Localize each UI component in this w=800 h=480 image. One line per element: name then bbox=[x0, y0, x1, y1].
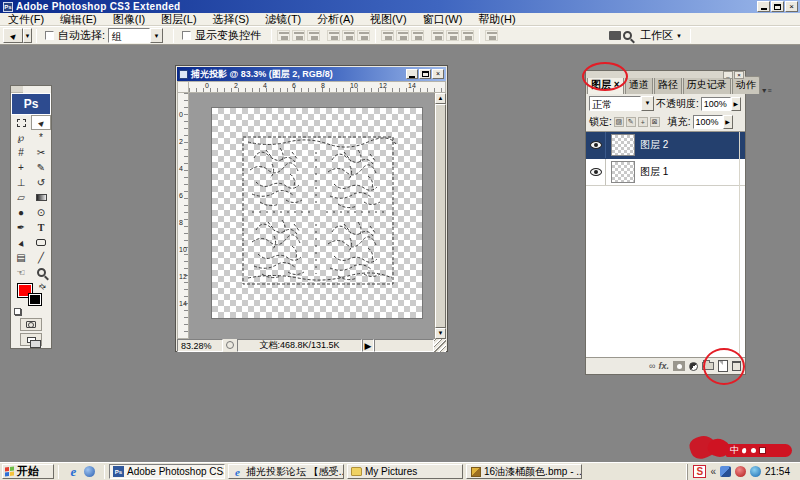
show-transform-checkbox[interactable] bbox=[182, 31, 191, 40]
distribute-right-icon[interactable] bbox=[461, 30, 474, 41]
ruler-corner[interactable] bbox=[177, 81, 189, 93]
security-tray-icon[interactable] bbox=[735, 466, 746, 477]
menu-analysis[interactable]: 分析(A) bbox=[309, 12, 362, 27]
tab-channels[interactable]: 通道 bbox=[625, 76, 653, 94]
auto-select-checkbox[interactable] bbox=[45, 31, 54, 40]
menu-select[interactable]: 选择(S) bbox=[205, 12, 258, 27]
scroll-down-icon[interactable]: ▼ bbox=[435, 328, 446, 339]
adjustment-layer-icon[interactable] bbox=[689, 362, 698, 371]
menu-edit[interactable]: 编辑(E) bbox=[52, 12, 105, 27]
tray-expand-icon[interactable]: « bbox=[710, 466, 716, 477]
messenger-tray-icon[interactable] bbox=[720, 466, 731, 477]
crop-tool[interactable]: # bbox=[11, 145, 31, 160]
lock-all-icon[interactable]: ⊠ bbox=[650, 117, 660, 127]
taskbar-task-forum[interactable]: e 捕光投影论坛 【感受... bbox=[228, 464, 344, 479]
layer-style-icon[interactable]: fx. bbox=[658, 361, 669, 371]
resize-grip[interactable] bbox=[434, 339, 446, 352]
auto-select-dropdown[interactable]: 组 ▼ bbox=[108, 28, 163, 43]
default-colors-icon[interactable] bbox=[15, 309, 22, 316]
internet-explorer-icon[interactable]: e bbox=[67, 465, 80, 478]
visibility-cell[interactable] bbox=[586, 132, 606, 158]
magic-wand-tool[interactable]: * bbox=[31, 130, 51, 145]
eyedropper-tool[interactable]: ╱ bbox=[31, 250, 51, 265]
background-color-swatch[interactable] bbox=[28, 293, 42, 306]
vertical-ruler[interactable]: 0 2 4 6 8 10 12 14 bbox=[177, 93, 189, 339]
taskbar-task-photoshop[interactable]: Ps Adobe Photoshop CS3... bbox=[109, 464, 225, 479]
layer-row-1[interactable]: 图层 1 bbox=[586, 159, 745, 186]
quick-mask-button[interactable] bbox=[20, 318, 42, 331]
layer-thumbnail[interactable] bbox=[611, 161, 635, 183]
document-title-bar[interactable]: 捕光投影 @ 83.3% (图层 2, RGB/8) × bbox=[177, 67, 446, 81]
align-hcenter-icon[interactable] bbox=[342, 30, 355, 41]
lasso-tool[interactable]: ℘ bbox=[11, 130, 31, 145]
layer-thumbnail[interactable] bbox=[611, 134, 635, 156]
align-right-icon[interactable] bbox=[357, 30, 370, 41]
lock-position-icon[interactable]: + bbox=[638, 117, 648, 127]
opacity-field[interactable]: 100% ▶ bbox=[701, 97, 741, 111]
menu-file[interactable]: 文件(F) bbox=[0, 12, 52, 27]
menu-image[interactable]: 图像(I) bbox=[105, 12, 153, 27]
canvas-viewport[interactable] bbox=[189, 93, 434, 339]
distribute-top-icon[interactable] bbox=[381, 30, 394, 41]
sogou-tray-icon[interactable]: S bbox=[693, 465, 706, 478]
dodge-tool[interactable]: ⊙ bbox=[31, 205, 51, 220]
quick-launch-icon-2[interactable] bbox=[83, 465, 96, 478]
start-button[interactable]: 开始 bbox=[2, 464, 54, 479]
spin-arrow-icon[interactable]: ▶ bbox=[731, 97, 741, 111]
doc-maximize-button[interactable] bbox=[419, 69, 431, 79]
layer-name[interactable]: 图层 1 bbox=[640, 165, 668, 179]
scroll-up-icon[interactable]: ▲ bbox=[435, 93, 446, 104]
distribute-hcenter-icon[interactable] bbox=[446, 30, 459, 41]
panel-menu-icon[interactable]: ▼≡ bbox=[761, 87, 772, 94]
layer-name[interactable]: 图层 2 bbox=[640, 138, 668, 152]
layer-mask-icon[interactable] bbox=[673, 361, 685, 371]
taskbar-task-bmp[interactable]: 16油漆桶颜色.bmp - ... bbox=[466, 464, 582, 479]
close-button[interactable]: × bbox=[785, 1, 798, 12]
swap-colors-icon[interactable]: ⇄ bbox=[37, 281, 48, 292]
align-bottom-icon[interactable] bbox=[307, 30, 320, 41]
distribute-left-icon[interactable] bbox=[431, 30, 444, 41]
link-layers-icon[interactable]: ∞ bbox=[649, 361, 654, 371]
panel-minimize-button[interactable]: _ bbox=[723, 71, 733, 79]
align-vcenter-icon[interactable] bbox=[292, 30, 305, 41]
menu-filter[interactable]: 滤镜(T) bbox=[257, 12, 309, 27]
scrollbar-thumb[interactable] bbox=[435, 104, 446, 328]
blur-tool[interactable]: ● bbox=[11, 205, 31, 220]
doc-close-button[interactable]: × bbox=[432, 69, 444, 79]
lock-transparency-icon[interactable]: ▨ bbox=[614, 117, 624, 127]
distribute-bottom-icon[interactable] bbox=[411, 30, 424, 41]
taskbar-task-my-pictures[interactable]: My Pictures bbox=[347, 464, 463, 479]
screen-mode-button[interactable] bbox=[20, 333, 42, 346]
menu-layer[interactable]: 图层(L) bbox=[153, 12, 204, 27]
rectangular-marquee-tool[interactable] bbox=[11, 115, 31, 130]
doc-minimize-button[interactable] bbox=[406, 69, 418, 79]
move-tool[interactable]: ► bbox=[31, 115, 51, 130]
lock-pixels-icon[interactable]: ✎ bbox=[626, 117, 636, 127]
path-selection-tool[interactable]: ► bbox=[11, 235, 31, 250]
tab-paths[interactable]: 路径 bbox=[654, 76, 682, 94]
brush-tool[interactable]: ✎ bbox=[31, 160, 51, 175]
menu-view[interactable]: 视图(V) bbox=[362, 12, 415, 27]
pen-tool[interactable]: ✒ bbox=[11, 220, 31, 235]
zoom-level-field[interactable]: 83.28% bbox=[177, 339, 223, 352]
status-menu-arrow[interactable]: ▶ bbox=[362, 339, 374, 352]
healing-brush-tool[interactable]: + bbox=[11, 160, 31, 175]
horizontal-ruler[interactable]: 0 2 4 6 8 10 12 14 bbox=[189, 81, 446, 93]
slice-tool[interactable]: ✂ bbox=[31, 145, 51, 160]
menu-help[interactable]: 帮助(H) bbox=[470, 12, 523, 27]
align-top-icon[interactable] bbox=[277, 30, 290, 41]
restore-button[interactable] bbox=[771, 1, 784, 12]
hand-tool[interactable]: ☜ bbox=[11, 265, 31, 280]
tool-preset-picker[interactable]: ► ▼ bbox=[3, 28, 32, 43]
blend-mode-dropdown[interactable]: 正常 ▼ bbox=[589, 96, 654, 111]
auto-align-layers-icon[interactable] bbox=[485, 30, 498, 41]
eraser-tool[interactable]: ▱ bbox=[11, 190, 31, 205]
gradient-tool[interactable] bbox=[31, 190, 51, 205]
clone-stamp-tool[interactable]: ⊥ bbox=[11, 175, 31, 190]
toolbox-drag-handle[interactable] bbox=[11, 86, 23, 93]
shape-tool[interactable] bbox=[31, 235, 51, 250]
notes-tool[interactable]: ▤ bbox=[11, 250, 31, 265]
canvas-transparent-layer[interactable] bbox=[211, 107, 423, 319]
vertical-scrollbar[interactable]: ▲ ▼ bbox=[434, 93, 446, 339]
visibility-cell[interactable] bbox=[586, 159, 606, 185]
